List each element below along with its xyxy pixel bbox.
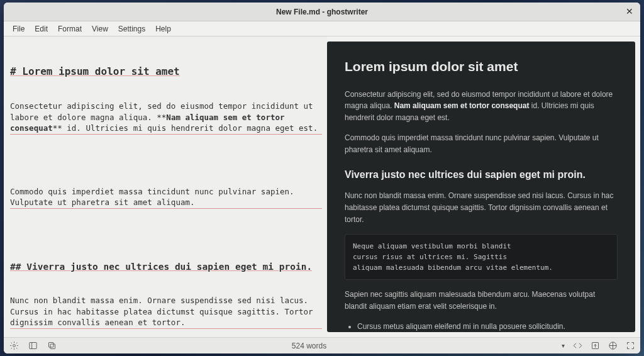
gear-icon[interactable] <box>9 341 19 351</box>
menubar: File Edit Format View Settings Help <box>4 21 640 36</box>
close-icon[interactable]: ✕ <box>624 6 635 17</box>
fullscreen-icon[interactable] <box>625 341 635 351</box>
sidebar-icon[interactable] <box>28 341 38 351</box>
preview-p4: Sapien nec sagittis aliquam malesuada bi… <box>345 289 618 312</box>
preview-h1: Lorem ipsum dolor sit amet <box>345 57 618 77</box>
export-icon[interactable] <box>590 341 600 351</box>
split-content: # Lorem ipsum dolor sit amet Consectetur… <box>4 36 640 337</box>
markdown-editor[interactable]: # Lorem ipsum dolor sit amet Consectetur… <box>4 36 327 337</box>
menu-format[interactable]: Format <box>53 23 87 35</box>
menu-settings[interactable]: Settings <box>113 23 150 35</box>
svg-rect-3 <box>50 344 55 349</box>
preview-li1: Cursus metus aliquam eleifend mi in null… <box>357 321 618 332</box>
preview-pane[interactable]: Lorem ipsum dolor sit amet Consectetur a… <box>327 42 635 332</box>
preview-p1: Consectetur adipiscing elit, sed do eius… <box>345 89 618 124</box>
menu-help[interactable]: Help <box>150 23 176 35</box>
preview-p2: Commodo quis imperdiet massa tincidunt n… <box>345 132 618 155</box>
preview-list: Cursus metus aliquam eleifend mi in null… <box>357 321 618 332</box>
editor-h2: ## Viverra justo nec ultrices dui sapien… <box>10 260 322 273</box>
code-icon[interactable] <box>572 341 582 351</box>
menu-edit[interactable]: Edit <box>30 23 53 35</box>
svg-point-0 <box>13 345 15 347</box>
preview-code: Neque aliquam vestibulum morbi blandit c… <box>345 234 618 280</box>
menu-view[interactable]: View <box>87 23 113 35</box>
statusbar: 524 words ▾ <box>4 337 640 353</box>
preview-p3: Nunc non blandit massa enim. Ornare susp… <box>345 190 618 225</box>
chevron-down-icon[interactable]: ▾ <box>562 342 565 349</box>
copy-icon[interactable] <box>47 341 57 351</box>
titlebar[interactable]: New File.md - ghostwriter ✕ <box>4 3 640 21</box>
preview-h2: Viverra justo nec ultrices dui sapien eg… <box>345 167 618 183</box>
menu-file[interactable]: File <box>8 23 30 35</box>
app-window: New File.md - ghostwriter ✕ File Edit Fo… <box>4 3 640 353</box>
preview-pane-wrap: Lorem ipsum dolor sit amet Consectetur a… <box>327 36 640 337</box>
compass-icon[interactable] <box>608 341 618 351</box>
editor-h1: # Lorem ipsum dolor sit amet <box>10 65 322 79</box>
svg-rect-4 <box>48 343 53 348</box>
svg-rect-1 <box>29 343 36 349</box>
window-title: New File.md - ghostwriter <box>276 8 368 16</box>
word-count: 524 words <box>57 342 562 350</box>
